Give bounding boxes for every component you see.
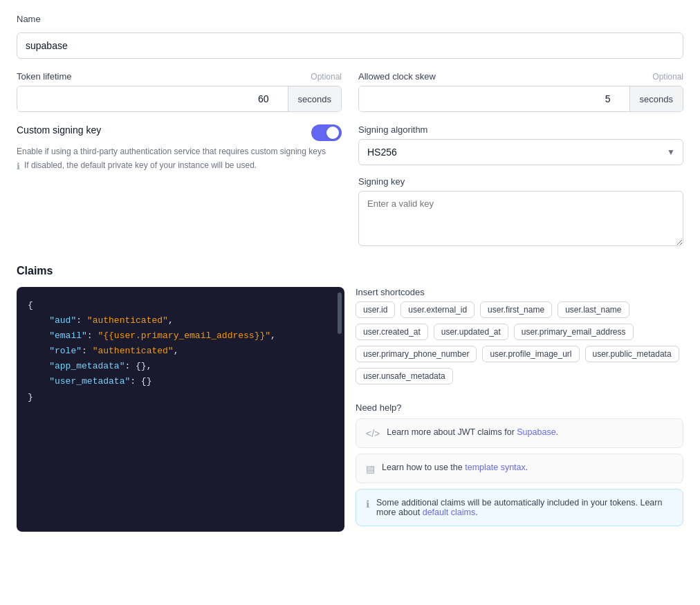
shortcodes-section: Insert shortcodes user.id user.external_… xyxy=(356,287,683,384)
signing-algorithm-section: Signing algorithm HS256 RS256 ES256 ▼ Si… xyxy=(358,124,683,248)
tag-user-profile-image[interactable]: user.profile_image_url xyxy=(482,346,579,362)
custom-signing-note: ℹ If disabled, the default private key o… xyxy=(17,160,342,171)
code-opening-brace: { xyxy=(28,298,333,313)
help-card-jwt: </> Learn more about JWT claims for Supa… xyxy=(356,418,683,448)
help-card-claims: ℹ Some additional claims will be automat… xyxy=(356,489,683,526)
time-fields-row: Token lifetime Optional seconds Allowed … xyxy=(17,71,683,112)
clock-skew-header: Allowed clock skew Optional xyxy=(358,71,683,82)
info-icon: ℹ xyxy=(17,161,20,171)
signing-algo-select[interactable]: HS256 RS256 ES256 xyxy=(358,139,683,165)
tag-user-primary-email[interactable]: user.primary_email_address xyxy=(514,324,634,340)
signing-key-textarea[interactable] xyxy=(358,191,683,246)
signing-algo-label: Signing algorithm xyxy=(358,124,683,135)
token-lifetime-field: Token lifetime Optional seconds xyxy=(17,71,342,112)
tag-user-last-name[interactable]: user.last_name xyxy=(558,301,629,318)
claims-section: Claims { "aud": "authenticated", "email"… xyxy=(17,265,683,532)
tag-user-updated-at[interactable]: user.updated_at xyxy=(434,324,508,340)
token-lifetime-input-group: seconds xyxy=(17,86,342,112)
clock-skew-suffix: seconds xyxy=(629,86,683,111)
custom-signing-toggle[interactable] xyxy=(311,124,342,141)
help-card-claims-text: Some additional claims will be automatic… xyxy=(376,498,673,517)
help-card-jwt-text: Learn more about JWT claims for Supabase… xyxy=(387,427,558,437)
shortcode-tags: user.id user.external_id user.first_name… xyxy=(356,301,683,384)
code-icon: </> xyxy=(366,428,380,439)
custom-signing-desc: Enable if using a third-party authentica… xyxy=(17,147,342,156)
template-icon: ▤ xyxy=(366,463,375,474)
code-line-email: "email": "{{user.primary_email_address}}… xyxy=(28,328,333,344)
clock-skew-field: Allowed clock skew Optional seconds xyxy=(358,71,683,112)
template-syntax-link[interactable]: template syntax xyxy=(465,463,526,472)
custom-signing-note-text: If disabled, the default private key of … xyxy=(24,160,257,170)
name-section: Name xyxy=(17,14,683,71)
tag-user-public-metadata[interactable]: user.public_metadata xyxy=(585,346,679,362)
signing-row: Custom signing key Enable if using a thi… xyxy=(17,124,683,248)
token-lifetime-label: Token lifetime xyxy=(17,71,71,82)
token-lifetime-suffix: seconds xyxy=(288,86,341,111)
code-line-user-metadata: "user_metadata": {} xyxy=(28,374,333,389)
tag-user-unsafe-metadata[interactable]: user.unsafe_metadata xyxy=(356,368,453,384)
help-card-template-text: Learn how to use the template syntax. xyxy=(382,463,528,472)
code-line-role: "role": "authenticated", xyxy=(28,344,333,359)
help-card-template: ▤ Learn how to use the template syntax. xyxy=(356,454,683,483)
custom-signing-key-section: Custom signing key Enable if using a thi… xyxy=(17,124,342,248)
scrollbar[interactable] xyxy=(338,292,342,334)
info-circle-icon: ℹ xyxy=(366,499,369,510)
claims-grid: { "aud": "authenticated", "email": "{{us… xyxy=(17,287,683,532)
claims-title: Claims xyxy=(17,265,683,277)
toggle-slider xyxy=(311,124,342,141)
token-lifetime-input[interactable] xyxy=(17,86,288,111)
signing-key-label: Signing key xyxy=(358,176,683,187)
clock-skew-label: Allowed clock skew xyxy=(358,71,436,82)
clock-skew-input[interactable] xyxy=(359,86,629,111)
name-input[interactable] xyxy=(17,32,683,59)
tag-user-external-id[interactable]: user.external_id xyxy=(400,301,475,318)
token-lifetime-header: Token lifetime Optional xyxy=(17,71,342,82)
claims-code-editor[interactable]: { "aud": "authenticated", "email": "{{us… xyxy=(17,287,344,532)
code-line-aud: "aud": "authenticated", xyxy=(28,313,333,328)
help-title: Need help? xyxy=(356,402,683,413)
signing-algo-select-wrapper: HS256 RS256 ES256 ▼ xyxy=(358,139,683,165)
name-label: Name xyxy=(17,14,683,24)
custom-signing-title: Custom signing key xyxy=(17,124,101,136)
code-closing-brace: } xyxy=(28,390,333,405)
clock-skew-input-group: seconds xyxy=(358,86,683,112)
token-lifetime-optional: Optional xyxy=(311,72,342,82)
code-line-app-metadata: "app_metadata": {}, xyxy=(28,359,333,374)
default-claims-link[interactable]: default claims xyxy=(423,508,475,517)
tag-user-first-name[interactable]: user.first_name xyxy=(480,301,552,318)
shortcodes-title: Insert shortcodes xyxy=(356,287,683,297)
tag-user-primary-phone[interactable]: user.primary_phone_number xyxy=(356,346,477,362)
tag-user-id[interactable]: user.id xyxy=(356,301,395,318)
help-section: Need help? </> Learn more about JWT clai… xyxy=(356,402,683,532)
signing-key-section: Signing key xyxy=(358,176,683,248)
supabase-link[interactable]: Supabase xyxy=(517,427,555,437)
tag-user-created-at[interactable]: user.created_at xyxy=(356,324,428,340)
shortcodes-panel: Insert shortcodes user.id user.external_… xyxy=(356,287,683,532)
clock-skew-optional: Optional xyxy=(652,72,683,82)
custom-signing-toggle-row: Custom signing key xyxy=(17,124,342,141)
